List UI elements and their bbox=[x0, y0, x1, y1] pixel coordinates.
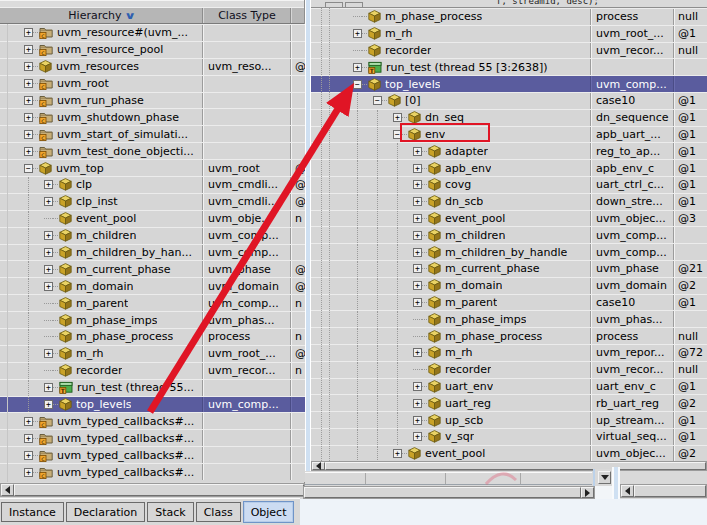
tab-class[interactable]: Class bbox=[196, 502, 241, 522]
expand-toggle-collapsed[interactable]: + bbox=[413, 248, 422, 257]
scroll-left-button[interactable] bbox=[1, 484, 14, 496]
tree-row[interactable]: m_phase_impsuvm_phas... bbox=[311, 310, 707, 327]
tree-row[interactable]: +m_childrenuvm_comp... bbox=[0, 227, 305, 244]
expand-toggle-collapsed[interactable]: + bbox=[24, 130, 33, 139]
tree-row[interactable]: −envapb_uart_...@1 bbox=[311, 126, 707, 143]
tree-row[interactable]: +cuvm_start_of_simulati... bbox=[0, 125, 305, 142]
tree-row[interactable]: +uart_envuart_env_c@1 bbox=[311, 378, 707, 395]
tree-row[interactable]: m_phase_processprocessn bbox=[0, 328, 305, 345]
expand-toggle-collapsed[interactable]: + bbox=[413, 382, 422, 391]
tree-row[interactable]: +clpuvm_cmdli...@ bbox=[0, 176, 305, 193]
tree-row[interactable]: +m_rhuvm_root_...@1 bbox=[311, 25, 707, 42]
expand-toggle-collapsed[interactable]: + bbox=[44, 400, 53, 409]
tree-row[interactable]: +top_levelsuvm_comp... bbox=[0, 396, 305, 413]
scrollbar-thumb[interactable] bbox=[634, 485, 706, 497]
expand-toggle-collapsed[interactable]: + bbox=[393, 449, 402, 458]
expand-toggle-collapsed[interactable]: + bbox=[44, 282, 53, 291]
tree-row[interactable]: m_phase_processprocessnull bbox=[311, 327, 707, 344]
expand-toggle-expanded[interactable]: − bbox=[353, 80, 362, 89]
tree-row[interactable]: +cuvm_test_done_objecti... bbox=[0, 142, 305, 159]
tree-row[interactable]: +m_domainuvm_domain@ bbox=[0, 277, 305, 294]
expand-toggle-collapsed[interactable]: + bbox=[24, 147, 33, 156]
tree-row[interactable]: +up_scbup_stream...@1 bbox=[311, 411, 707, 428]
tab-stack[interactable]: Stack bbox=[147, 502, 193, 522]
expand-toggle-collapsed[interactable]: + bbox=[24, 62, 33, 71]
class-type-column-header[interactable]: Class Type bbox=[203, 8, 291, 23]
tree-row[interactable]: +Trun_test (thread 55... bbox=[0, 379, 305, 396]
expand-toggle-collapsed[interactable]: + bbox=[44, 265, 53, 274]
tree-row[interactable]: +m_children_by_han...uvm_comp... bbox=[0, 244, 305, 261]
tree-row[interactable]: +event_pooluvm_objec...@2 bbox=[311, 445, 707, 461]
expand-toggle-collapsed[interactable]: + bbox=[413, 164, 422, 173]
tree-row[interactable]: +covguart_ctrl_c...@1 bbox=[311, 176, 707, 193]
tree-row[interactable]: +m_rhuvm_repor...@72 bbox=[311, 344, 707, 361]
expand-toggle-collapsed[interactable]: + bbox=[44, 231, 53, 240]
expand-toggle-collapsed[interactable]: + bbox=[413, 180, 422, 189]
value-column-header[interactable] bbox=[291, 8, 304, 23]
expand-toggle-collapsed[interactable]: + bbox=[413, 348, 422, 357]
tree-row[interactable]: +uvm_resourcesuvm_reso...@ bbox=[0, 58, 305, 75]
tree-row[interactable]: +apb_envapb_env_c@1 bbox=[311, 159, 707, 176]
expand-toggle-collapsed[interactable]: + bbox=[44, 197, 53, 206]
expand-toggle-collapsed[interactable]: + bbox=[24, 45, 33, 54]
tree-row[interactable]: +cuvm_typed_callbacks#... bbox=[0, 463, 305, 480]
tree-row[interactable]: +cuvm_typed_callbacks#... bbox=[0, 429, 305, 446]
scroll-down-button[interactable] bbox=[598, 471, 611, 484]
expand-toggle-collapsed[interactable]: + bbox=[24, 28, 33, 37]
tree-row[interactable]: +cuvm_shutdown_phase bbox=[0, 108, 305, 125]
expand-toggle-collapsed[interactable]: + bbox=[24, 79, 33, 88]
tree-row[interactable]: +m_current_phaseuvm_phase@21 bbox=[311, 260, 707, 277]
expand-toggle-collapsed[interactable]: + bbox=[413, 298, 422, 307]
expand-toggle-collapsed[interactable]: + bbox=[24, 468, 33, 477]
background-vertical-scrollbar[interactable] bbox=[593, 469, 612, 487]
expand-toggle-collapsed[interactable]: + bbox=[413, 147, 422, 156]
expand-toggle-collapsed[interactable]: + bbox=[413, 399, 422, 408]
tab-object[interactable]: Object bbox=[243, 501, 295, 523]
tree-row[interactable]: +cuvm_root bbox=[0, 75, 305, 92]
tree-row[interactable]: +dn_scbdown_stre...@1 bbox=[311, 193, 707, 210]
tree-row[interactable]: +cuvm_typed_callbacks#... bbox=[0, 412, 305, 429]
scrollbar-thumb[interactable] bbox=[325, 462, 706, 470]
scroll-left-button[interactable] bbox=[312, 462, 325, 470]
expand-toggle-collapsed[interactable]: + bbox=[413, 416, 422, 425]
expand-toggle-collapsed[interactable]: + bbox=[24, 96, 33, 105]
tree-row[interactable]: +adapterreg_to_ap...@1 bbox=[311, 142, 707, 159]
tree-row[interactable]: +cuvm_run_phase bbox=[0, 92, 305, 109]
tree-row[interactable]: +event_pooluvm_objec...@3 bbox=[311, 210, 707, 227]
expand-toggle-collapsed[interactable]: + bbox=[24, 417, 33, 426]
tree-row[interactable]: m_parentuvm_comp...n bbox=[0, 294, 305, 311]
tree-row[interactable]: +cuvm_typed_callbacks#... bbox=[0, 446, 305, 463]
expand-toggle-collapsed[interactable]: + bbox=[44, 383, 53, 392]
tree-row[interactable]: +v_sqrvirtual_seq...@1 bbox=[311, 428, 707, 445]
tab-instance[interactable]: Instance bbox=[1, 502, 64, 522]
tree-row[interactable]: +cuvm_resource#(uvm_... bbox=[0, 24, 305, 41]
tree-row[interactable]: +m_current_phaseuvm_phase@ bbox=[0, 260, 305, 277]
tree-row[interactable]: +Trun_test (thread 55 [3:2638]) bbox=[311, 58, 707, 75]
expand-toggle-collapsed[interactable]: + bbox=[44, 248, 53, 257]
expand-toggle-collapsed[interactable]: + bbox=[24, 113, 33, 122]
expand-toggle-collapsed[interactable]: + bbox=[413, 214, 422, 223]
expand-toggle-collapsed[interactable]: + bbox=[393, 113, 402, 122]
background-horizontal-scrollbar[interactable] bbox=[620, 484, 707, 498]
expand-toggle-collapsed[interactable]: + bbox=[413, 264, 422, 273]
tree-row[interactable]: +m_rhuvm_root_...@ bbox=[0, 345, 305, 362]
expand-toggle-expanded[interactable]: − bbox=[24, 164, 33, 173]
tree-row[interactable]: event_pooluvm_obje...n bbox=[0, 210, 305, 227]
scroll-right-button[interactable] bbox=[581, 487, 594, 498]
expand-toggle-collapsed[interactable]: + bbox=[44, 180, 53, 189]
hierarchy-column-header[interactable]: Hierarchy ∨ bbox=[0, 8, 203, 23]
tree-row[interactable]: +m_childrenuvm_comp... bbox=[311, 226, 707, 243]
expand-toggle-collapsed[interactable]: + bbox=[24, 451, 33, 460]
background-horizontal-scrollbar[interactable] bbox=[303, 486, 595, 499]
tab-declaration[interactable]: Declaration bbox=[66, 502, 145, 522]
tree-row[interactable]: −top_levelsuvm_comp... bbox=[311, 75, 707, 92]
expand-toggle-collapsed[interactable]: + bbox=[413, 197, 422, 206]
scrollbar-thumb[interactable] bbox=[304, 487, 581, 498]
tree-row[interactable]: recorderuvm_recor...n bbox=[0, 362, 305, 379]
tree-row[interactable]: +m_children_by_handleuvm_comp... bbox=[311, 243, 707, 260]
tree-row[interactable]: −[0]case10@1 bbox=[311, 92, 707, 109]
expand-toggle-collapsed[interactable]: + bbox=[24, 434, 33, 443]
expand-toggle-collapsed[interactable]: + bbox=[353, 29, 362, 38]
tree-row[interactable]: +cuvm_resource_pool bbox=[0, 41, 305, 58]
tree-row[interactable]: +m_domainuvm_domain@2 bbox=[311, 277, 707, 294]
